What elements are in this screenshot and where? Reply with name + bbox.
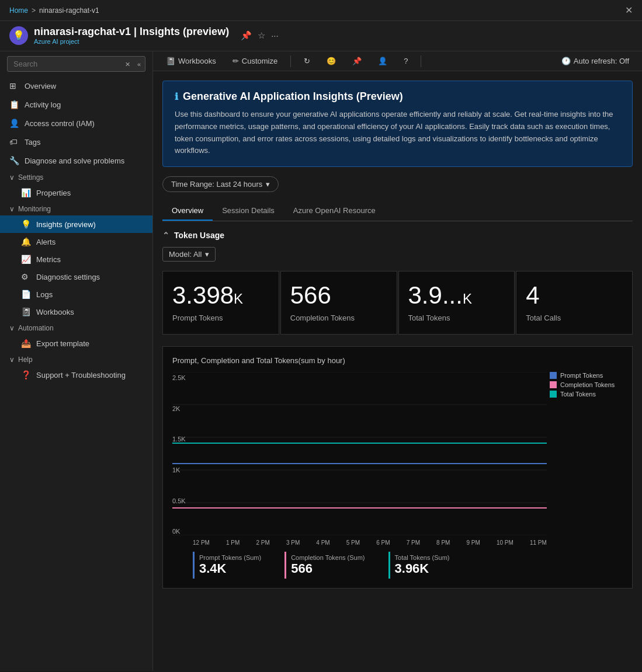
properties-icon: 📊	[21, 188, 30, 197]
model-filter-button[interactable]: Model: All ▾	[162, 247, 216, 262]
summary-prompt-value: 3.4K	[199, 561, 261, 576]
sidebar-item-activity-log[interactable]: 📋 Activity log	[0, 95, 152, 114]
workbooks-icon: 📓	[21, 307, 30, 316]
sidebar: ✕ « ⊞ Overview 📋 Activity log 👤 Access c…	[0, 51, 153, 671]
customize-icon: ✏	[232, 57, 239, 65]
completion-tokens-label: Completion Tokens	[290, 314, 387, 322]
summary-total-label: Total Tokens (Sum)	[395, 554, 450, 561]
close-icon[interactable]: ✕	[625, 5, 633, 16]
chevron-monitoring-icon: ∨	[9, 205, 15, 213]
sidebar-item-access-control[interactable]: 👤 Access control (IAM)	[0, 114, 152, 133]
chart-summary: Prompt Tokens (Sum) 3.4K Completion Toke…	[193, 552, 623, 579]
time-range-button[interactable]: Time Range: Last 24 hours ▾	[162, 176, 279, 192]
sidebar-item-metrics[interactable]: 📈 Metrics	[0, 250, 152, 268]
search-clear-icon[interactable]: ✕	[125, 60, 130, 68]
time-range-label: Time Range: Last 24 hours	[171, 180, 262, 189]
tab-session-details[interactable]: Session Details	[213, 201, 284, 221]
banner-description: Use this dashboard to ensure your genera…	[175, 109, 620, 157]
legend-label-completion: Completion Tokens	[560, 381, 615, 388]
total-tokens-value: 3.9...K	[408, 283, 505, 308]
export-template-icon: 📤	[21, 339, 30, 348]
breadcrumb-sep1: >	[32, 6, 36, 15]
help-icon[interactable]: ?	[400, 55, 411, 67]
pin-icon[interactable]: 📌	[241, 30, 252, 41]
sidebar-item-overview[interactable]: ⊞ Overview	[0, 76, 152, 95]
metric-card-completion-tokens: 566 Completion Tokens	[280, 271, 397, 335]
autorefresh-button[interactable]: 🕐 Auto refresh: Off	[558, 55, 633, 67]
total-calls-value: 4	[526, 283, 623, 308]
tab-overview[interactable]: Overview	[162, 201, 213, 221]
prompt-tokens-value: 3.398K	[172, 283, 269, 308]
support-icon: ❓	[21, 370, 30, 379]
summary-completion-label: Completion Tokens (Sum)	[291, 554, 365, 561]
breadcrumb-project: ninarasi-ragchat-v1	[39, 6, 99, 15]
section-monitoring[interactable]: ∨ Monitoring	[0, 201, 152, 215]
chevron-settings-icon: ∨	[9, 173, 15, 182]
section-help[interactable]: ∨ Help	[0, 352, 152, 366]
token-usage-header: ⌃ Token Usage	[162, 231, 633, 240]
chevron-down-icon: ▾	[266, 180, 270, 189]
model-chevron-icon: ▾	[205, 250, 209, 259]
summary-total-tokens: Total Tokens (Sum) 3.96K	[388, 552, 454, 579]
feedback-icon[interactable]: 😊	[323, 55, 339, 67]
legend-item-completion: Completion Tokens	[550, 381, 623, 388]
page-title: ninarasi-ragchat-v1 | Insights (preview)	[34, 26, 229, 38]
sidebar-item-export-template[interactable]: 📤 Export template	[0, 335, 152, 352]
section-settings[interactable]: ∨ Settings	[0, 170, 152, 184]
sidebar-item-logs[interactable]: 📄 Logs	[0, 285, 152, 303]
legend-item-prompt: Prompt Tokens	[550, 372, 623, 379]
breadcrumb-home[interactable]: Home	[9, 6, 28, 15]
page-subtitle: Azure AI project	[34, 38, 229, 45]
sidebar-item-diagnostic-settings[interactable]: ⚙ Diagnostic settings	[0, 268, 152, 285]
logs-icon: 📄	[21, 290, 30, 299]
diagnostic-settings-icon: ⚙	[21, 272, 30, 281]
main-content: 📓 Workbooks ✏ Customize ↻ 😊 📌 👤 ? 🕐 Auto…	[153, 51, 642, 671]
collapse-icon[interactable]: ⌃	[162, 231, 169, 240]
toolbar-divider-1	[290, 55, 291, 67]
sidebar-item-alerts[interactable]: 🔔 Alerts	[0, 233, 152, 250]
activity-log-icon: 📋	[9, 100, 19, 109]
breadcrumb: Home > ninarasi-ragchat-v1	[9, 6, 99, 15]
alerts-icon: 🔔	[21, 237, 30, 246]
sidebar-item-diagnose[interactable]: 🔧 Diagnose and solve problems	[0, 151, 152, 170]
more-icon[interactable]: ···	[271, 30, 279, 41]
tab-azure-openai[interactable]: Azure OpenAI Resource	[284, 201, 385, 221]
metrics-icon: 📈	[21, 255, 30, 264]
diagnose-icon: 🔧	[9, 156, 19, 165]
sidebar-item-tags[interactable]: 🏷 Tags	[0, 133, 152, 151]
summary-completion-value: 566	[291, 561, 365, 576]
workbooks-button[interactable]: 📓 Workbooks	[162, 55, 220, 67]
chart-section: Prompt, Completion and Total Tokens(sum …	[162, 346, 633, 589]
refresh-icon[interactable]: ↻	[300, 55, 314, 67]
tab-bar: Overview Session Details Azure OpenAI Re…	[162, 201, 633, 221]
search-collapse-icon[interactable]: «	[137, 61, 141, 68]
share-icon[interactable]: 👤	[374, 55, 391, 67]
banner-title: Generative AI Application Insights (Prev…	[183, 90, 403, 103]
chart-svg	[172, 372, 547, 535]
completion-tokens-value: 566	[290, 283, 387, 308]
metric-cards: 3.398K Prompt Tokens 566 Completion Toke…	[162, 271, 633, 335]
sidebar-item-support[interactable]: ❓ Support + Troubleshooting	[0, 366, 152, 384]
metric-card-total-calls: 4 Total Calls	[516, 271, 633, 335]
sidebar-item-workbooks[interactable]: 📓 Workbooks	[0, 303, 152, 321]
section-automation[interactable]: ∨ Automation	[0, 321, 152, 335]
chevron-automation-icon: ∨	[9, 324, 15, 332]
toolbar-divider-2	[421, 55, 421, 67]
summary-completion-tokens: Completion Tokens (Sum) 566	[284, 552, 369, 579]
sidebar-item-properties[interactable]: 📊 Properties	[0, 184, 152, 201]
clock-icon: 🕐	[561, 57, 571, 65]
sidebar-item-insights[interactable]: 💡 Insights (preview)	[0, 215, 152, 233]
summary-prompt-label: Prompt Tokens (Sum)	[199, 554, 261, 561]
customize-button[interactable]: ✏ Customize	[229, 55, 281, 67]
app-icon: 💡	[9, 26, 28, 45]
star-icon[interactable]: ☆	[258, 30, 265, 41]
x-axis-labels: 12 PM 1 PM 2 PM 3 PM 4 PM 5 PM 6 PM 7 PM…	[193, 539, 547, 546]
chart-title: Prompt, Completion and Total Tokens(sum …	[172, 356, 623, 365]
legend-label-total: Total Tokens	[560, 391, 596, 398]
info-banner: ℹ Generative AI Application Insights (Pr…	[162, 81, 633, 167]
model-filter-label: Model: All	[169, 250, 202, 259]
chevron-help-icon: ∨	[9, 356, 15, 364]
prompt-tokens-label: Prompt Tokens	[172, 314, 269, 322]
pin-dashboard-icon[interactable]: 📌	[349, 55, 365, 67]
chart-legend: Prompt Tokens Completion Tokens Total To…	[550, 372, 623, 398]
